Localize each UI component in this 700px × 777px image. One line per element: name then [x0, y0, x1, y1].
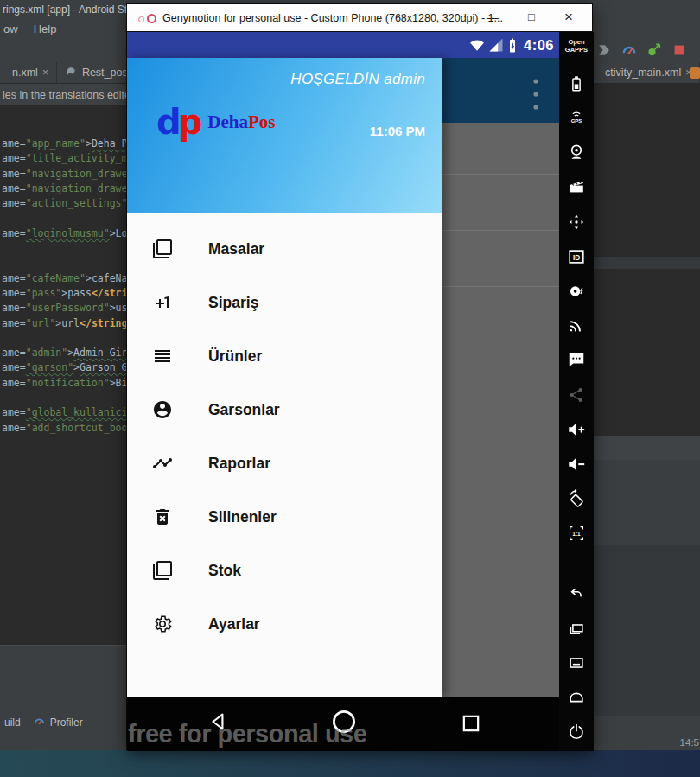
battery-icon[interactable]: [567, 74, 586, 93]
list-row-divider: [442, 174, 559, 175]
screencast-icon[interactable]: [567, 177, 586, 196]
maximize-button[interactable]: □: [519, 4, 544, 32]
genymotion-window: Genymotion for personal use - Custom Pho…: [126, 3, 593, 750]
volume-down-icon[interactable]: [567, 455, 586, 474]
drawer-menu-item[interactable]: Ayarlar: [127, 597, 442, 651]
genymotion-title-bar[interactable]: Genymotion for personal use - Custom Pho…: [127, 4, 592, 32]
attach-debugger-icon[interactable]: [595, 41, 613, 59]
drawer-menu: Masalar Sipariş Ürünler Garsonlar Raporl…: [127, 222, 442, 651]
code-line: ame="add_shortcut_boo: [2, 421, 128, 436]
status-bar-clock: 4:06: [524, 37, 554, 54]
android-menu-icon[interactable]: [567, 653, 586, 672]
close-tab-icon[interactable]: ×: [42, 67, 48, 79]
close-button[interactable]: ×: [556, 4, 582, 32]
xml-code-editor[interactable]: ame="app_name">Deha Pame="title_activity…: [2, 137, 128, 436]
genymotion-watermark: free for personal use: [128, 720, 366, 748]
delete-icon: [152, 506, 173, 527]
capture-icon[interactable]: [567, 282, 586, 301]
studio-clock: 14:5: [680, 737, 699, 748]
tool-window-tab[interactable]: Profiler: [33, 715, 83, 730]
code-line: ame="title_activity_m: [2, 151, 128, 166]
drawer-header: HOŞGELDİN admin dp DehaPos 11:06 PM: [127, 58, 442, 213]
editor-tab[interactable]: n.xml ×: [0, 62, 57, 83]
chart-icon: [152, 453, 173, 474]
tool-window-tab-label: uild: [4, 716, 21, 729]
menu-item-help[interactable]: Help: [34, 22, 57, 35]
gear-icon: [152, 614, 173, 634]
sms-icon[interactable]: [567, 350, 586, 369]
code-line: ame="userPassword">us: [2, 301, 128, 315]
nav-recents-button[interactable]: [459, 711, 483, 739]
tool-window-tab[interactable]: uild: [0, 716, 21, 729]
attach-profiler-icon[interactable]: [646, 41, 663, 59]
drawer-menu-item[interactable]: Silinenler: [127, 490, 442, 544]
dpad-icon[interactable]: [567, 213, 586, 232]
editor-panel: [593, 460, 700, 545]
drawer-menu-label: Ayarlar: [208, 597, 260, 651]
gps-icon[interactable]: GPS: [567, 107, 586, 126]
android-recents-icon[interactable]: [567, 620, 586, 639]
drawer-menu-item[interactable]: Masalar: [127, 222, 442, 276]
volume-up-icon[interactable]: [567, 420, 586, 439]
code-line: [2, 331, 128, 346]
list-row-divider: [442, 230, 559, 231]
code-line: ame="app_name">Deha P: [2, 137, 128, 151]
minimize-button[interactable]: —: [480, 4, 506, 32]
menu-item-window[interactable]: ow: [3, 22, 18, 35]
battery-charging-icon: [507, 37, 518, 54]
svg-text:ID: ID: [573, 254, 580, 262]
drawer-menu-item[interactable]: Garsonlar: [127, 383, 442, 436]
code-line: ame="cafeName">cafeNa: [2, 271, 128, 286]
list-icon: [152, 346, 173, 366]
identifiers-icon[interactable]: ID: [567, 247, 586, 266]
editor-tab[interactable]: ctivity_main.xml ×: [593, 62, 700, 83]
network-icon[interactable]: [567, 315, 586, 334]
profiler-icon: [33, 715, 46, 730]
drawer-menu-item[interactable]: Raporlar: [127, 436, 442, 490]
android-status-bar: 4:06: [127, 32, 559, 58]
android-home-icon[interactable]: [567, 688, 586, 707]
drawer-menu-label: Stok: [208, 544, 241, 597]
list-row-divider: [442, 286, 559, 287]
tab-label: Rest_pos: [82, 67, 128, 79]
code-line: ame="pass">pass</stri: [2, 286, 128, 301]
code-line: [2, 241, 128, 256]
drawer-menu-item[interactable]: Stok: [127, 544, 442, 597]
svg-text:GPS: GPS: [571, 118, 582, 124]
editor-panel-lower: [593, 545, 700, 716]
brand-primary: Deha: [207, 111, 248, 132]
code-line: ame="url">url</string: [2, 316, 128, 331]
drawer-clock: 11:06 PM: [370, 124, 425, 138]
rotate-icon[interactable]: [567, 489, 586, 508]
code-line: ame="navigation_drawe: [2, 182, 128, 196]
wifi-icon: [469, 37, 485, 53]
code-line: ame="action_settings": [2, 196, 128, 211]
code-line: [2, 211, 128, 226]
camera-icon[interactable]: [567, 143, 586, 162]
profiler-icon[interactable]: [620, 41, 638, 59]
android-back-icon[interactable]: [567, 585, 586, 604]
translations-banner: les in the translations editor.: [0, 84, 126, 106]
cell-signal-icon: [488, 37, 504, 53]
logo-mark-p: p: [178, 102, 200, 142]
drawer-menu-label: Ürünler: [208, 329, 262, 383]
person-icon: [152, 399, 173, 420]
stop-icon[interactable]: [671, 41, 688, 59]
drawer-menu-label: Masalar: [208, 222, 264, 276]
app-content-dimmed: HOŞGELDİN admin dp DehaPos 11:06 PM Masa…: [127, 58, 559, 697]
studio-run-controls: [595, 41, 688, 59]
tool-window-tab-label: Profiler: [50, 716, 83, 729]
code-line: ame="notification">Bi: [2, 376, 128, 391]
drawer-menu-item[interactable]: Ürünler: [127, 329, 442, 383]
genymotion-logo-icon: [138, 14, 159, 24]
studio-bottom-panel: uild Profiler: [0, 645, 126, 750]
android-power-icon[interactable]: [567, 723, 586, 742]
share-icon[interactable]: [567, 385, 586, 404]
code-line: ame="global_kullanici: [2, 405, 128, 420]
open-gapps-button[interactable]: Open GAPPS: [559, 39, 594, 54]
drawer-menu-item[interactable]: Sipariş: [127, 276, 442, 329]
stack-icon: [152, 239, 173, 259]
overflow-menu-icon[interactable]: [529, 77, 543, 117]
drawer-menu-label: Raporlar: [208, 436, 270, 490]
pixel-perfect-icon[interactable]: 1:1: [567, 524, 586, 543]
